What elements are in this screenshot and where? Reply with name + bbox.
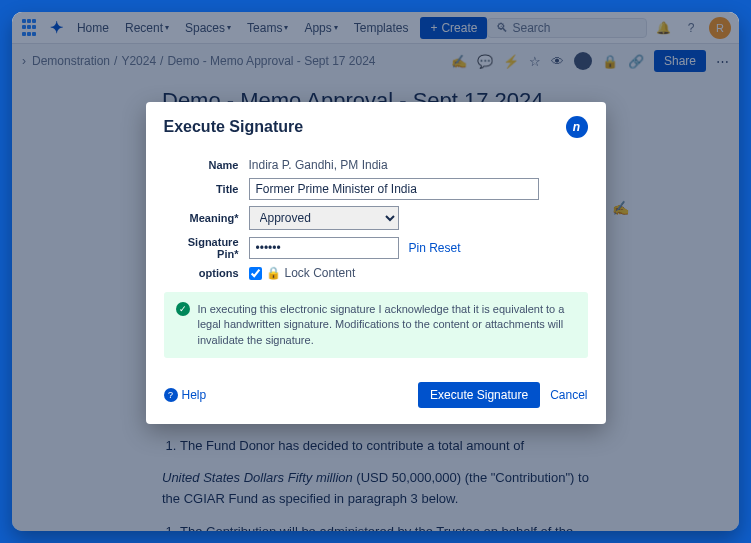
label-title: Title <box>164 183 239 195</box>
label-options: options <box>164 267 239 279</box>
execute-signature-modal: Execute Signature n Name Indira P. Gandh… <box>146 102 606 424</box>
field-name-value: Indira P. Gandhi, PM India <box>249 158 388 172</box>
signature-pin-input[interactable] <box>249 237 399 259</box>
modal-title: Execute Signature <box>164 118 304 136</box>
acknowledgement-text: In executing this electronic signature I… <box>198 302 576 348</box>
help-link[interactable]: ?Help <box>164 388 207 402</box>
label-meaning: Meaning* <box>164 212 239 224</box>
label-pin: Signature Pin* <box>164 236 239 260</box>
help-icon: ? <box>164 388 178 402</box>
lock-icon: 🔒 <box>266 266 281 280</box>
execute-signature-button[interactable]: Execute Signature <box>418 382 540 408</box>
pin-reset-link[interactable]: Pin Reset <box>409 241 461 255</box>
acknowledgement-box: ✓ In executing this electronic signature… <box>164 292 588 358</box>
meaning-select[interactable]: Approved <box>249 206 399 230</box>
lock-label: Lock Content <box>285 266 356 280</box>
brand-badge-icon: n <box>566 116 588 138</box>
cancel-link[interactable]: Cancel <box>550 388 587 402</box>
title-input[interactable] <box>249 178 539 200</box>
lock-content-checkbox[interactable] <box>249 267 262 280</box>
label-name: Name <box>164 159 239 171</box>
check-icon: ✓ <box>176 302 190 316</box>
